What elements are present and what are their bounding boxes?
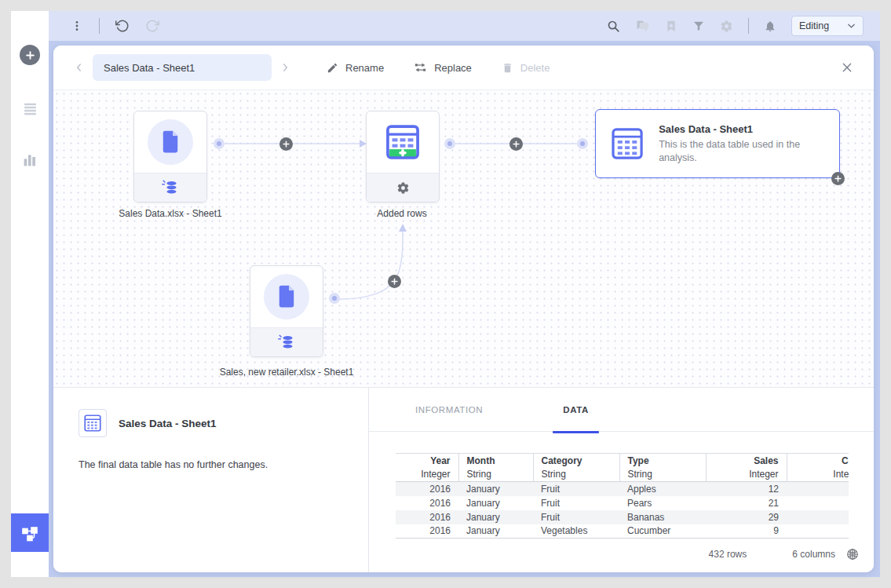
node-label: Sales, new retailer.xlsx - Sheet1 [200,367,373,378]
column-header: Month [458,454,533,468]
input-port [577,138,588,149]
final-table-node[interactable]: Sales Data - Sheet1 This is the data tab… [595,109,840,178]
replace-label: Replace [434,62,472,74]
replace-icon [414,61,427,74]
cell: Cucumber [619,524,706,539]
cell: 2016 [396,496,458,510]
replace-button[interactable]: Replace [414,61,472,74]
chevron-left-icon [74,62,85,73]
tab-bar: INFORMATION DATA [369,388,874,432]
data-canvas-icon[interactable] [11,513,49,552]
cell: Pears [619,496,706,510]
plus-icon [391,278,398,285]
add-transformation-button[interactable] [509,137,523,151]
comments-icon[interactable] [635,20,650,33]
final-node-description: This is the data table used in the analy… [659,138,827,165]
node-settings-gear-icon[interactable] [396,181,410,195]
cell: 2016 [396,524,458,539]
tab-data[interactable]: DATA [553,388,599,432]
close-button[interactable] [841,61,853,74]
node-label: Added rows [316,208,488,219]
bookmark-icon[interactable] [665,20,677,33]
source-name-pill[interactable]: Sales Data - Sheet1 [93,54,272,81]
cell: January [458,496,533,510]
file-icon [275,284,298,309]
chevron-down-icon [847,23,856,29]
next-source-button[interactable] [279,62,290,73]
pencil-icon [327,62,338,74]
column-type: Integer [706,468,787,482]
editing-mode-label: Editing [799,20,829,31]
visualizations-chart-icon[interactable] [11,153,49,167]
cell: 29 [706,510,787,524]
kebab-menu-icon[interactable] [71,20,83,32]
node-footer-strip [367,173,439,202]
data-table: Year Month Category Type Sales Co Intege… [396,453,849,539]
plus-icon [25,50,35,60]
cell: Apples [619,482,706,496]
settings-gear-icon[interactable] [720,20,733,33]
cell: 2016 [396,510,458,524]
cell: Vegetables [533,524,619,539]
add-button[interactable] [20,45,40,65]
topbar: Editing [49,11,880,41]
column-type: Integer [396,468,458,482]
cell: Fruit [533,510,619,524]
plus-icon [283,141,290,148]
column-header-row: Year Month Category Type Sales Co [396,454,849,468]
canvas-header: Sales Data - Sheet1 Rename Replace Delet… [53,46,874,90]
delete-label: Delete [520,62,550,74]
cell: Bananas [619,510,706,524]
operation-node-added-rows[interactable] [366,111,440,203]
toolbar-divider [748,18,749,34]
details-section: Sales Data - Sheet1 The final data table… [53,387,874,572]
cell: 12 [706,482,787,496]
node-details-panel: Sales Data - Sheet1 The final data table… [53,388,369,572]
column-type-row: Integer String String String Integer Int… [396,468,849,482]
cell [787,524,849,539]
add-rows-table-icon [382,122,423,163]
notifications-bell-icon[interactable] [764,20,776,33]
data-table-icon [608,122,646,165]
database-icon [161,179,180,196]
sidebar [11,11,49,577]
data-preview-panel: INFORMATION DATA Year Month [369,388,874,572]
output-port [329,293,340,304]
add-transformation-button[interactable] [388,275,401,288]
cell [787,496,849,510]
tab-information[interactable]: INFORMATION [405,388,493,432]
cell: Fruit [533,496,619,510]
node-footer-strip [250,327,323,356]
column-header: Category [533,454,619,468]
rename-button[interactable]: Rename [327,62,384,74]
column-header: Type [619,454,706,468]
column-type: String [619,468,706,482]
cell: 9 [706,524,787,539]
globe-icon[interactable] [846,548,859,561]
column-type: String [458,468,533,482]
filter-icon[interactable] [692,20,705,32]
final-node-title: Sales Data - Sheet1 [659,123,827,135]
details-title: Sales Data - Sheet1 [119,418,217,429]
canvas-area: Sales Data.xlsx - Sheet1 Added rows Sale… [53,90,874,387]
editing-mode-dropdown[interactable]: Editing [791,16,864,36]
source-node-sales-data[interactable] [133,111,207,203]
cell: 21 [706,496,787,510]
plus-icon [513,141,520,148]
pages-list-icon[interactable] [11,102,49,116]
cell [787,482,849,496]
details-description: The final data table has no further chan… [79,459,345,470]
add-transformation-button[interactable] [279,137,293,151]
previous-source-button[interactable] [74,62,85,73]
column-header: Co [787,454,849,468]
trash-icon [502,62,513,74]
add-step-button[interactable] [831,172,845,185]
column-header: Sales [706,454,787,468]
delete-button[interactable]: Delete [502,62,550,74]
undo-icon[interactable] [115,19,130,33]
redo-icon[interactable] [145,19,159,33]
source-name-label: Sales Data - Sheet1 [104,62,195,74]
source-node-new-retailer[interactable] [250,265,323,357]
output-port [214,138,225,149]
search-icon[interactable] [607,20,620,33]
